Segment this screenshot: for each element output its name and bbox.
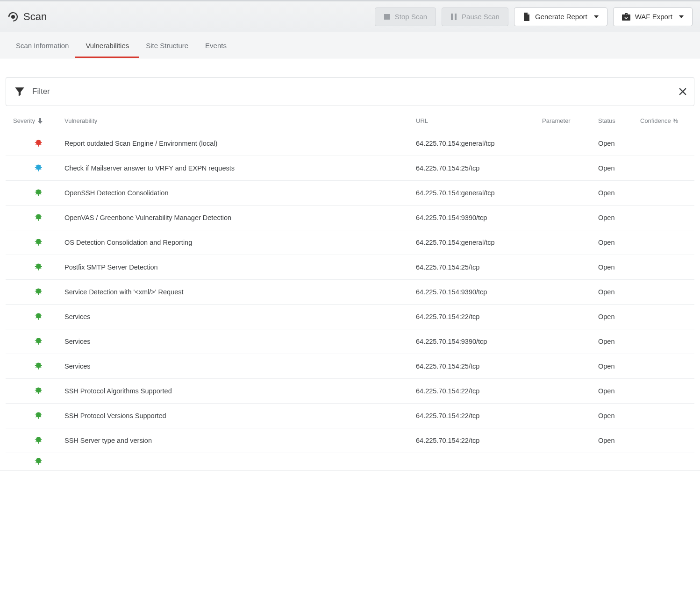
table-row[interactable]: OS Detection Consolidation and Reporting… bbox=[6, 230, 694, 255]
close-icon[interactable] bbox=[679, 88, 686, 95]
cell-status: Open bbox=[598, 263, 640, 271]
filter-icon bbox=[14, 85, 26, 98]
cell-severity bbox=[13, 139, 64, 148]
stop-icon bbox=[384, 14, 390, 20]
cell-severity bbox=[13, 238, 64, 247]
cell-vulnerability: OpenVAS / Greenbone Vulnerability Manage… bbox=[64, 214, 416, 221]
stop-scan-button[interactable]: Stop Scan bbox=[375, 7, 436, 26]
page-title-text: Scan bbox=[23, 11, 47, 23]
tab-scan-information[interactable]: Scan Information bbox=[16, 33, 69, 57]
table-row[interactable]: OpenSSH Detection Consolidation 64.225.7… bbox=[6, 181, 694, 206]
cell-vulnerability: Services bbox=[64, 363, 416, 370]
tab-vulnerabilities[interactable]: Vulnerabilities bbox=[86, 33, 129, 57]
col-vulnerability[interactable]: Vulnerability bbox=[64, 117, 416, 124]
tab-label: Events bbox=[205, 42, 227, 50]
bug-icon bbox=[35, 288, 43, 296]
cell-url: 64.225.70.154:9390/tcp bbox=[416, 214, 542, 221]
cell-status: Open bbox=[598, 189, 640, 197]
col-confidence[interactable]: Confidence % bbox=[640, 117, 687, 124]
waf-export-button[interactable]: WAF Export bbox=[613, 7, 693, 26]
table-row[interactable] bbox=[6, 453, 694, 470]
cell-vulnerability: Report outdated Scan Engine / Environmen… bbox=[64, 140, 416, 147]
stop-scan-label: Stop Scan bbox=[395, 13, 427, 21]
bug-icon bbox=[35, 457, 43, 466]
cell-url: 64.225.70.154:9390/tcp bbox=[416, 288, 542, 296]
table-row[interactable]: Postfix SMTP Server Detection 64.225.70.… bbox=[6, 255, 694, 280]
cell-url: 64.225.70.154:22/tcp bbox=[416, 412, 542, 419]
cell-severity bbox=[13, 457, 64, 466]
tab-bar: Scan Information Vulnerabilities Site St… bbox=[0, 32, 700, 58]
briefcase-icon bbox=[622, 13, 630, 21]
bug-icon bbox=[35, 412, 43, 420]
table-body: Report outdated Scan Engine / Environmen… bbox=[6, 131, 694, 470]
table-row[interactable]: SSH Server type and version 64.225.70.15… bbox=[6, 428, 694, 453]
col-status[interactable]: Status bbox=[598, 117, 640, 124]
cell-vulnerability: Check if Mailserver answer to VRFY and E… bbox=[64, 164, 416, 172]
cell-severity bbox=[13, 263, 64, 271]
svg-rect-1 bbox=[384, 14, 390, 20]
cell-url: 64.225.70.154:general/tcp bbox=[416, 189, 542, 197]
bug-icon bbox=[35, 436, 43, 445]
tab-site-structure[interactable]: Site Structure bbox=[146, 33, 188, 57]
pause-scan-button[interactable]: Pause Scan bbox=[442, 7, 508, 26]
cell-url: 64.225.70.154:general/tcp bbox=[416, 140, 542, 147]
cell-status: Open bbox=[598, 164, 640, 172]
cell-vulnerability: SSH Server type and version bbox=[64, 437, 416, 444]
cell-url: 64.225.70.154:9390/tcp bbox=[416, 338, 542, 345]
cell-severity bbox=[13, 189, 64, 197]
cell-status: Open bbox=[598, 214, 640, 221]
tab-label: Scan Information bbox=[16, 42, 69, 50]
table-row[interactable]: SSH Protocol Versions Supported 64.225.7… bbox=[6, 404, 694, 428]
svg-rect-2 bbox=[451, 14, 453, 20]
filter-placeholder: Filter bbox=[32, 87, 50, 96]
cell-vulnerability: SSH Protocol Versions Supported bbox=[64, 412, 416, 419]
pause-scan-label: Pause Scan bbox=[462, 13, 500, 21]
cell-status: Open bbox=[598, 387, 640, 395]
table-row[interactable]: Check if Mailserver answer to VRFY and E… bbox=[6, 156, 694, 181]
app-frame: Scan Stop Scan Pause Scan Generate Repor… bbox=[0, 0, 700, 470]
cell-url: 64.225.70.154:22/tcp bbox=[416, 387, 542, 395]
cell-url: 64.225.70.154:25/tcp bbox=[416, 263, 542, 271]
svg-point-0 bbox=[11, 15, 15, 19]
cell-severity bbox=[13, 337, 64, 346]
generate-report-label: Generate Report bbox=[535, 13, 587, 21]
cell-vulnerability: OpenSSH Detection Consolidation bbox=[64, 189, 416, 197]
tab-events[interactable]: Events bbox=[205, 33, 227, 57]
pause-icon bbox=[450, 14, 457, 20]
table-row[interactable]: Service Detection with '<xml/>' Request … bbox=[6, 280, 694, 305]
cell-vulnerability: Service Detection with '<xml/>' Request bbox=[64, 288, 416, 296]
bug-icon bbox=[35, 337, 43, 346]
cell-status: Open bbox=[598, 437, 640, 444]
table-row[interactable]: Report outdated Scan Engine / Environmen… bbox=[6, 131, 694, 156]
table-row[interactable]: Services 64.225.70.154:25/tcp Open bbox=[6, 354, 694, 379]
toolbar: Scan Stop Scan Pause Scan Generate Repor… bbox=[0, 1, 700, 32]
table-row[interactable]: Services 64.225.70.154:22/tcp Open bbox=[6, 305, 694, 329]
col-severity[interactable]: Severity bbox=[13, 117, 64, 124]
scan-target-icon bbox=[7, 11, 19, 22]
table-row[interactable]: Services 64.225.70.154:9390/tcp Open bbox=[6, 329, 694, 354]
generate-report-button[interactable]: Generate Report bbox=[514, 7, 607, 26]
cell-severity bbox=[13, 387, 64, 395]
page-title: Scan bbox=[7, 11, 47, 23]
cell-url: 64.225.70.154:22/tcp bbox=[416, 313, 542, 320]
cell-url: 64.225.70.154:22/tcp bbox=[416, 437, 542, 444]
content-area: Filter Severity Vulnerability URL Parame… bbox=[0, 58, 700, 470]
table-row[interactable]: OpenVAS / Greenbone Vulnerability Manage… bbox=[6, 206, 694, 230]
cell-status: Open bbox=[598, 338, 640, 345]
tab-label: Vulnerabilities bbox=[86, 42, 129, 50]
col-url[interactable]: URL bbox=[416, 117, 542, 124]
cell-status: Open bbox=[598, 239, 640, 246]
bug-icon bbox=[35, 238, 43, 247]
bug-icon bbox=[35, 189, 43, 197]
bug-icon bbox=[35, 213, 43, 222]
cell-url: 64.225.70.154:general/tcp bbox=[416, 239, 542, 246]
table-row[interactable]: SSH Protocol Algorithms Supported 64.225… bbox=[6, 379, 694, 404]
cell-url: 64.225.70.154:25/tcp bbox=[416, 164, 542, 172]
col-parameter[interactable]: Parameter bbox=[542, 117, 598, 124]
cell-vulnerability: OS Detection Consolidation and Reporting bbox=[64, 239, 416, 246]
cell-vulnerability: Services bbox=[64, 338, 416, 345]
svg-rect-3 bbox=[455, 14, 457, 20]
filter-bar[interactable]: Filter bbox=[6, 77, 694, 106]
cell-vulnerability: Postfix SMTP Server Detection bbox=[64, 263, 416, 271]
cell-severity bbox=[13, 436, 64, 445]
